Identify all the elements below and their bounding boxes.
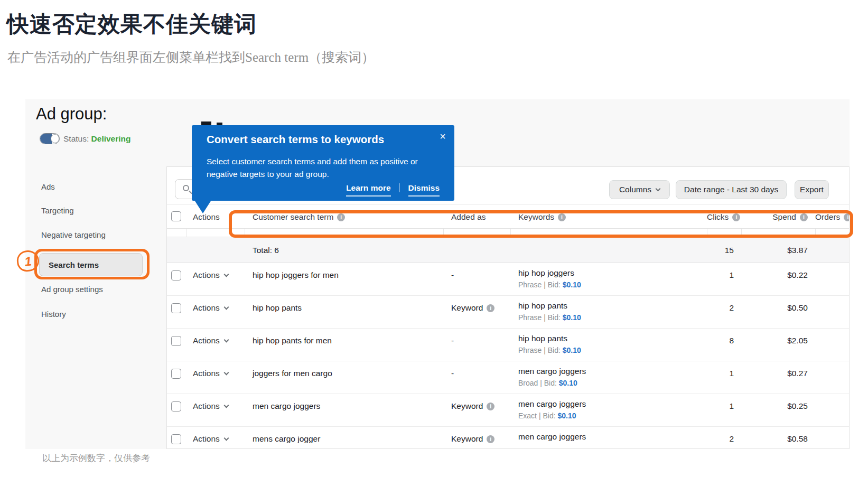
row-actions-label: Actions xyxy=(193,369,220,378)
columns-button[interactable]: Columns xyxy=(609,180,670,199)
row-actions-dropdown[interactable]: Actions xyxy=(186,401,245,411)
column-header-label[interactable]: Customer search term xyxy=(253,212,333,221)
row-actions-dropdown[interactable]: Actions xyxy=(186,434,245,444)
bid-label: Bid: xyxy=(548,280,563,289)
learn-more-link[interactable]: Learn more xyxy=(346,183,390,197)
search-terms-panel: Columns Date range - Last 30 days Export… xyxy=(166,166,850,449)
customer-search-term: joggers for men cargo xyxy=(245,369,443,378)
row-actions-dropdown[interactable]: Actions xyxy=(186,270,245,280)
added-as-value: - xyxy=(451,270,454,279)
bid-label: Bid: xyxy=(548,346,563,354)
spend-value: $2.05 xyxy=(741,336,815,345)
columns-button-label: Columns xyxy=(619,185,651,194)
info-icon[interactable]: i xyxy=(487,403,494,410)
row-checkbox[interactable] xyxy=(171,434,181,444)
info-icon[interactable]: i xyxy=(732,213,740,221)
status-toggle[interactable] xyxy=(40,133,60,144)
bid-label: Bid: xyxy=(544,379,559,387)
info-icon[interactable]: i xyxy=(337,213,345,221)
sidebar-item-history[interactable]: History xyxy=(41,310,66,319)
info-icon[interactable]: i xyxy=(844,213,850,221)
info-icon[interactable]: i xyxy=(487,435,494,443)
row-actions-dropdown[interactable]: Actions xyxy=(186,303,245,313)
customer-search-term: mens cargo jogger xyxy=(245,434,443,444)
added-as-value: Keyword xyxy=(451,401,483,410)
search-icon xyxy=(183,185,189,191)
customer-search-term: hip hop joggers for men xyxy=(245,270,443,280)
row-actions-label: Actions xyxy=(193,401,220,410)
added-as-cell: - xyxy=(443,369,510,378)
row-checkbox[interactable] xyxy=(171,369,181,379)
keyword-cell: men cargo joggers Broad | Bid: $0.10 xyxy=(510,367,707,387)
sidebar-item-targeting[interactable]: Targeting xyxy=(41,206,74,215)
table-row: Actions hip hop joggers for men - hip ho… xyxy=(167,263,850,296)
keyword-match-bid: Broad | Bid: $0.10 xyxy=(518,379,707,387)
sidebar-item-ads[interactable]: Ads xyxy=(41,182,55,191)
row-checkbox[interactable] xyxy=(171,401,181,411)
row-actions-label: Actions xyxy=(193,303,220,312)
convert-tooltip: Convert search terms to keywords × Selec… xyxy=(192,125,454,201)
row-actions-dropdown[interactable]: Actions xyxy=(186,369,245,378)
separator: | xyxy=(544,346,548,354)
customer-search-term: men cargo joggers xyxy=(245,401,443,411)
dismiss-link[interactable]: Dismiss xyxy=(408,183,440,197)
sidebar-item-search-terms[interactable]: Search terms xyxy=(39,253,143,276)
clicks-value: 1 xyxy=(707,401,741,411)
column-header-label[interactable]: Spend xyxy=(772,212,796,221)
customer-search-term: hip hop pants xyxy=(245,303,443,313)
keyword-match-bid: Phrase | Bid: $0.10 xyxy=(518,280,707,289)
bid-value-link[interactable]: $0.10 xyxy=(563,346,581,354)
chevron-down-icon xyxy=(223,338,229,343)
spend-value: $0.22 xyxy=(741,270,815,280)
table-row: Actions joggers for men cargo - men carg… xyxy=(167,361,850,394)
column-header-label[interactable]: Orders xyxy=(815,212,840,221)
status-line: Status: Delivering xyxy=(63,134,131,144)
clicks-value: 1 xyxy=(707,270,741,280)
date-range-button[interactable]: Date range - Last 30 days xyxy=(676,180,787,199)
sidebar-item-negative-targeting[interactable]: Negative targeting xyxy=(41,230,106,239)
keyword-cell: men cargo joggers Exact | Bid: $0.10 xyxy=(510,399,707,420)
column-header-label[interactable]: Actions xyxy=(193,212,220,221)
keyword-cell: hip hop joggers Phrase | Bid: $0.10 xyxy=(510,268,707,289)
total-spend: $3.87 xyxy=(741,246,815,255)
added-as-cell: Keywordi xyxy=(443,434,510,444)
close-icon[interactable]: × xyxy=(440,130,446,143)
column-header-label[interactable]: Keywords xyxy=(518,212,554,221)
keyword-name: hip hop pants xyxy=(518,334,707,343)
footnote: 以上为示例数字，仅供参考 xyxy=(42,452,150,464)
row-actions-label: Actions xyxy=(193,270,220,279)
column-header-label[interactable]: Clicks xyxy=(707,212,729,221)
clicks-value: 8 xyxy=(707,336,741,345)
chevron-down-icon xyxy=(223,370,229,376)
row-checkbox[interactable] xyxy=(171,270,181,280)
match-type: Exact xyxy=(518,411,537,420)
select-all-checkbox[interactable] xyxy=(171,211,181,221)
keyword-name: men cargo joggers xyxy=(518,432,707,442)
tooltip-body: Select customer search terms and add the… xyxy=(207,155,426,180)
match-type: Broad xyxy=(518,379,538,387)
table-row: Actions mens cargo jogger Keywordi men c… xyxy=(167,427,850,449)
spend-value: $0.27 xyxy=(741,369,815,378)
row-actions-dropdown[interactable]: Actions xyxy=(186,336,245,345)
chevron-down-icon xyxy=(223,272,229,277)
keyword-cell: hip hop pants Phrase | Bid: $0.10 xyxy=(510,301,707,322)
chevron-down-icon xyxy=(223,305,229,310)
match-type: Phrase xyxy=(518,313,542,322)
row-checkbox[interactable] xyxy=(171,336,181,346)
tooltip-links: Learn moreDismiss xyxy=(346,183,440,197)
spend-value: $0.50 xyxy=(741,303,815,313)
added-as-cell: - xyxy=(443,270,510,280)
row-checkbox[interactable] xyxy=(171,303,181,313)
added-as-cell: Keywordi xyxy=(443,303,510,313)
info-icon[interactable]: i xyxy=(800,213,808,221)
sidebar-item-ad-group-settings[interactable]: Ad group settings xyxy=(41,285,103,294)
info-icon[interactable]: i xyxy=(558,213,566,221)
column-header-label[interactable]: Added as xyxy=(451,212,486,221)
bid-value-link[interactable]: $0.10 xyxy=(563,280,581,289)
bid-value-link[interactable]: $0.10 xyxy=(559,379,577,387)
bid-value-link[interactable]: $0.10 xyxy=(563,313,581,322)
total-label: Total: 6 xyxy=(245,246,443,255)
info-icon[interactable]: i xyxy=(487,304,494,312)
bid-value-link[interactable]: $0.10 xyxy=(557,411,576,420)
export-button[interactable]: Export xyxy=(795,180,829,199)
